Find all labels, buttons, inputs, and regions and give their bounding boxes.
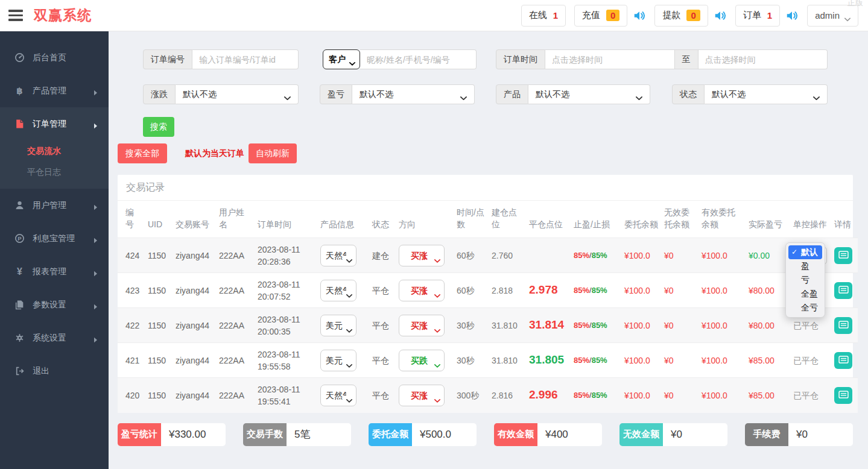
time-end-input[interactable] xyxy=(699,49,828,69)
detail-button[interactable] xyxy=(834,247,852,264)
auto-refresh-button[interactable]: 自动刷新 xyxy=(249,143,297,163)
sidebar-item-label: 退出 xyxy=(33,366,49,377)
summary-2: 委托金额 ¥500.0 xyxy=(369,423,477,446)
position-status: 平仓 xyxy=(372,286,389,295)
volume-icon[interactable] xyxy=(714,9,727,22)
uid: 1150 xyxy=(148,251,166,260)
trade-account: ziyang44 xyxy=(176,251,209,260)
order-time: 2023-08-11 19:55:41 xyxy=(258,385,300,406)
stat-0[interactable]: 在线 1 xyxy=(521,5,566,27)
summary-5: 手续费 ¥0 xyxy=(745,423,853,446)
close-price: 31.805 xyxy=(529,353,564,366)
sidebar-item-7[interactable]: 系统设置 xyxy=(0,321,109,354)
menu-toggle-icon[interactable] xyxy=(8,10,23,21)
menu-option-4[interactable]: 全亏 xyxy=(788,301,822,315)
customer-input[interactable] xyxy=(360,49,477,69)
order-id: 422 xyxy=(125,321,139,330)
product-cell-select[interactable]: 天然气 xyxy=(320,385,356,406)
summary-0: 盈亏统计 ¥330.00 xyxy=(118,423,226,446)
direction-value: 买涨 xyxy=(411,250,428,262)
open-price: 2.818 xyxy=(492,286,513,295)
product-name: 天然气 xyxy=(326,285,346,297)
control-status: 已平仓 xyxy=(793,356,819,365)
chevron-down-icon xyxy=(813,92,820,96)
detail-button[interactable] xyxy=(834,352,852,369)
volume-icon[interactable] xyxy=(633,9,646,22)
direction-select[interactable]: 买涨 xyxy=(399,280,445,301)
stop-loss: 85% xyxy=(592,251,607,260)
detail-button[interactable] xyxy=(834,317,852,334)
direction-select[interactable]: 买涨 xyxy=(399,245,445,266)
direction-select[interactable]: 买涨 xyxy=(399,385,445,406)
order-no-input[interactable] xyxy=(192,49,299,69)
product-cell-select[interactable]: 美元 xyxy=(320,350,356,371)
sidebar-item-5[interactable]: ¥ 报表管理 xyxy=(0,255,109,288)
detail-icon xyxy=(838,321,849,330)
order-id: 424 xyxy=(125,251,139,260)
sidebar-item-1[interactable]: ฿ 产品管理 xyxy=(0,74,109,107)
search-all-button[interactable]: 搜索全部 xyxy=(118,143,167,163)
customer-type-select[interactable]: 客户 xyxy=(323,49,360,69)
column-header: 建仓点位 xyxy=(489,201,526,238)
open-price: 2.816 xyxy=(492,391,513,400)
order-id: 420 xyxy=(125,391,139,400)
product-cell-select[interactable]: 天然气 xyxy=(320,280,356,301)
stat-1[interactable]: 充值 0 xyxy=(574,5,627,27)
direction-select[interactable]: 买跌 xyxy=(399,350,445,371)
updown-select[interactable]: 默认不选 xyxy=(176,84,299,104)
search-button[interactable]: 搜索 xyxy=(143,117,174,137)
product-name: 美元 xyxy=(326,319,343,332)
logout-icon xyxy=(14,366,25,376)
sidebar-subitem-0[interactable]: 交易流水 xyxy=(0,140,109,162)
stat-3[interactable]: 订单 1 xyxy=(735,5,780,27)
product-cell-select[interactable]: 天然气 xyxy=(320,245,356,266)
trade-account: ziyang44 xyxy=(176,356,209,365)
sidebar-item-8[interactable]: 退出 xyxy=(0,354,109,388)
entrust-balance: ¥100.0 xyxy=(624,251,650,260)
volume-icon[interactable] xyxy=(785,9,799,22)
table-row: 420 1150 ziyang44 222AA 2023-08-11 19:55… xyxy=(118,378,858,413)
detail-button[interactable] xyxy=(834,282,852,299)
product-cell-select[interactable]: 美元 xyxy=(320,315,356,336)
sidebar-item-2[interactable]: 订单管理 xyxy=(0,107,109,140)
sidebar-item-0[interactable]: 后台首页 xyxy=(0,41,109,74)
direction-select[interactable]: 买涨 xyxy=(399,315,445,336)
menu-option-3[interactable]: 全盈 xyxy=(788,287,822,301)
pnl-select[interactable]: 默认不选 xyxy=(352,84,475,104)
product-name: 天然气 xyxy=(326,389,346,401)
column-header: UID xyxy=(145,201,173,238)
chevron-down-icon xyxy=(346,324,352,327)
svg-text:¥: ¥ xyxy=(17,266,22,277)
stat-label: 提款 xyxy=(662,10,680,21)
product-select[interactable]: 默认不选 xyxy=(528,84,650,104)
time-start-input[interactable] xyxy=(545,49,675,69)
records-title: 交易记录 xyxy=(118,175,853,201)
detail-button[interactable] xyxy=(834,387,852,404)
menu-option-1[interactable]: 盈 xyxy=(788,259,822,273)
sidebar-item-4[interactable]: P 利息宝管理 xyxy=(0,222,109,255)
menu-option-0[interactable]: ✓ 默认 xyxy=(788,245,822,259)
status-select[interactable]: 默认不选 xyxy=(705,84,828,104)
filter-row-1: 订单编号 客户 订单时间 至 xyxy=(143,49,853,69)
stat-count-badge: 1 xyxy=(767,10,772,20)
invalid-entrust: ¥0 xyxy=(664,391,674,400)
sidebar-subitem-label: 平仓日志 xyxy=(27,167,61,178)
menu-option-2[interactable]: 亏 xyxy=(788,273,822,287)
column-header: 有效委托余额 xyxy=(699,201,746,238)
filter-row-2: 涨跌 默认不选 盈亏 默认不选 产品 默认不选 状态 默认不选 xyxy=(143,84,853,104)
duration: 60秒 xyxy=(457,251,475,260)
take-profit: 85% xyxy=(574,391,589,400)
stat-2[interactable]: 提款 0 xyxy=(654,5,708,27)
check-icon: ✓ xyxy=(791,245,797,259)
menu-option-label: 亏 xyxy=(801,275,809,285)
chevron-down-icon xyxy=(346,289,352,292)
stat-label: 充值 xyxy=(582,10,600,21)
column-header: 详情 xyxy=(831,201,858,238)
column-header: 编号 xyxy=(118,201,145,238)
sidebar-item-label: 用户管理 xyxy=(33,200,66,211)
sidebar-item-6[interactable]: 参数设置 xyxy=(0,288,109,321)
sidebar-subitem-1[interactable]: 平仓日志 xyxy=(0,162,109,183)
sidebar-group: 订单管理 交易流水 平仓日志 xyxy=(0,107,109,189)
sidebar-item-3[interactable]: 用户管理 xyxy=(0,189,109,222)
column-header: 委托余额 xyxy=(621,201,661,238)
